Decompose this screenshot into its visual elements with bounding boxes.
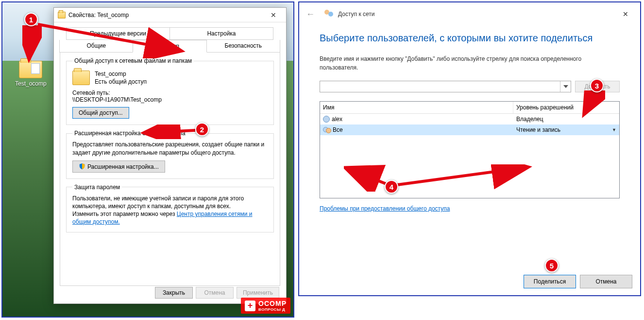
folder-icon (19, 61, 42, 78)
cancel-button[interactable]: Отмена (580, 275, 632, 288)
network-access-window: ← Доступ к сети ✕ Выберите пользователей… (298, 1, 641, 296)
tab-customize[interactable]: Настройка (169, 27, 273, 40)
group-legend: Расширенная настройка общего доступа (72, 130, 187, 137)
row-user-name: Все (333, 126, 343, 133)
network-instruction: Введите имя и нажмите кнопку "Добавить" … (320, 54, 620, 72)
users-icon (324, 10, 335, 18)
network-header: ← Доступ к сети ✕ (299, 2, 640, 26)
annotation-badge-4: 4 (385, 180, 398, 194)
close-dialog-button[interactable]: Закрыть (155, 287, 193, 299)
change-param-prefix: Изменить этот параметр можно через (72, 211, 177, 217)
desktop-folder[interactable]: Test_ocomp (15, 61, 46, 87)
network-heading: Выберите пользователей, с которыми вы хо… (320, 33, 620, 44)
plus-icon: + (245, 301, 255, 311)
column-permission[interactable]: Уровень разрешений (513, 102, 619, 113)
user-combobox[interactable] (320, 81, 571, 92)
folder-icon (72, 71, 90, 85)
tab-security[interactable]: Безопасность (206, 40, 280, 53)
annotation-badge-1: 1 (24, 13, 38, 26)
advanced-settings-button[interactable]: Расширенная настройка... (72, 160, 165, 173)
list-row[interactable]: alex Владелец (320, 114, 619, 124)
close-button[interactable]: ✕ (615, 7, 636, 21)
shield-icon (79, 163, 85, 170)
close-button[interactable]: ✕ (264, 8, 283, 22)
dialog-buttons: Закрыть Отмена Применить (155, 287, 279, 299)
share-folder-name: Test_ocomp (95, 70, 147, 78)
network-path-label: Сетевой путь: (72, 89, 268, 96)
tabs-row-bottom: Общие Доступ Безопасность (60, 40, 280, 53)
watermark-brand: OCOMP (258, 300, 287, 307)
row-user-name: alex (332, 116, 342, 123)
annotation-badge-5: 5 (545, 259, 559, 272)
list-row[interactable]: Все Чтение и запись ▼ (320, 124, 619, 135)
column-name[interactable]: Имя (320, 102, 513, 113)
watermark-sub: ВОПРОСЫ Д (258, 307, 287, 312)
back-button: ← (303, 7, 318, 21)
share-state: Есть общий доступ (95, 78, 147, 86)
password-description: Пользователи, не имеющие учетной записи … (72, 195, 268, 210)
tab-previous-versions[interactable]: Предыдущие версии (66, 27, 170, 40)
network-body: Выберите пользователей, с которыми вы хо… (299, 26, 640, 212)
properties-titlebar: Свойства: Test_ocomp ✕ (54, 8, 286, 22)
advanced-description: Предоставляет пользовательские разрешени… (72, 141, 268, 156)
share-confirm-button[interactable]: Поделиться (524, 275, 576, 288)
group-legend: Общий доступ к сетевым файлам и папкам (72, 57, 194, 64)
network-path-value: \\DESKTOP-I1A907M\Test_ocomp (72, 96, 268, 103)
apply-dialog-button: Применить (237, 287, 279, 299)
row-permission: Чтение и запись (516, 126, 560, 133)
tab-general[interactable]: Общие (59, 40, 133, 53)
desktop-folder-label: Test_ocomp (15, 80, 46, 87)
troubleshoot-link[interactable]: Проблемы при предоставлении общего досту… (320, 205, 450, 212)
watermark: + OCOMP ВОПРОСЫ Д (241, 298, 290, 314)
password-protection-group: Защита паролем Пользователи, не имеющие … (66, 184, 274, 232)
group-legend: Защита паролем (72, 184, 122, 191)
share-button[interactable]: Общий доступ... (72, 107, 129, 119)
cancel-dialog-button: Отмена (196, 287, 234, 299)
tabs-row-top: Предыдущие версии Настройка (67, 27, 273, 40)
folder-icon (58, 12, 66, 18)
user-icon (323, 116, 330, 123)
chevron-down-icon[interactable] (560, 81, 571, 92)
window-title: Свойства: Test_ocomp (68, 8, 264, 22)
row-permission: Владелец (516, 116, 543, 123)
left-screenshot-panel: Test_ocomp Свойства: Test_ocomp ✕ Предыд… (1, 1, 294, 318)
users-list: Имя Уровень разрешений alex Владелец Все (320, 101, 620, 198)
annotation-badge-3: 3 (590, 79, 604, 92)
properties-window: Свойства: Test_ocomp ✕ Предыдущие версии… (53, 7, 287, 304)
network-footer: Поделиться Отмена (524, 275, 632, 288)
group-icon (323, 126, 331, 133)
network-header-title: Доступ к сети (338, 11, 374, 18)
advanced-button-label: Расширенная настройка... (87, 163, 159, 170)
chevron-down-icon[interactable]: ▼ (612, 127, 616, 132)
advanced-share-group: Расширенная настройка общего доступа Пре… (66, 130, 274, 178)
properties-body: Общий доступ к сетевым файлам и папкам T… (60, 53, 280, 286)
tab-sharing[interactable]: Доступ (133, 40, 206, 53)
annotation-badge-2: 2 (195, 123, 209, 136)
network-share-group: Общий доступ к сетевым файлам и папкам T… (66, 57, 274, 125)
